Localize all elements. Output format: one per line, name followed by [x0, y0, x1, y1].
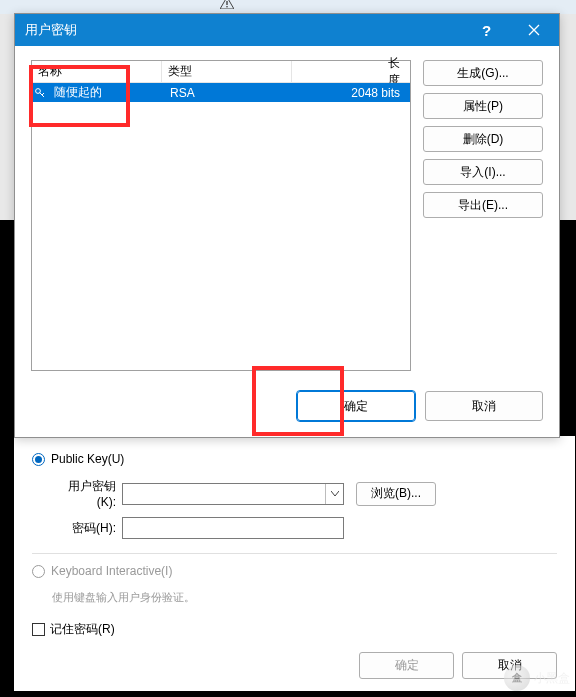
browse-button[interactable]: 浏览(B)...	[356, 482, 436, 506]
close-button[interactable]	[509, 14, 559, 46]
column-name[interactable]: 名称	[32, 61, 162, 82]
userkey-combo[interactable]	[122, 483, 344, 505]
password-input[interactable]	[122, 517, 344, 539]
userkey-label: 用户密钥(K):	[50, 478, 122, 509]
svg-rect-1	[226, 6, 227, 7]
userkey-input[interactable]	[123, 484, 325, 504]
export-button[interactable]: 导出(E)...	[423, 192, 543, 218]
dialog-titlebar: 用户密钥 ?	[15, 14, 559, 46]
key-list[interactable]: 名称 类型 长度 随便起的 RSA 2048 bits	[31, 60, 411, 371]
watermark-text: 小黑盒	[534, 670, 570, 687]
keyboard-interactive-radio[interactable]: Keyboard Interactive(I)	[32, 564, 557, 578]
password-label: 密码(H):	[50, 520, 122, 537]
key-length-cell: 2048 bits	[294, 86, 410, 100]
kbd-help-text: 使用键盘输入用户身份验证。	[52, 590, 557, 605]
remember-password-checkbox[interactable]: 记住密码(R)	[32, 621, 557, 638]
svg-rect-0	[226, 1, 227, 5]
column-type[interactable]: 类型	[162, 61, 292, 82]
list-header: 名称 类型 长度	[32, 61, 410, 83]
generate-button[interactable]: 生成(G)...	[423, 60, 543, 86]
warning-icon	[220, 0, 234, 12]
chevron-down-icon[interactable]	[325, 484, 343, 504]
remember-label: 记住密码(R)	[50, 621, 115, 638]
ok-button[interactable]: 确定	[297, 391, 415, 421]
lower-ok-button: 确定	[359, 652, 454, 679]
auth-panel: Public Key(U) 用户密钥(K): 浏览(B)... 密码(H): K…	[14, 436, 575, 691]
watermark-icon: 盒	[504, 665, 530, 691]
key-type-cell: RSA	[164, 86, 294, 100]
publickey-radio[interactable]: Public Key(U)	[32, 452, 557, 466]
kbd-label: Keyboard Interactive(I)	[51, 564, 172, 578]
properties-button[interactable]: 属性(P)	[423, 93, 543, 119]
cancel-button[interactable]: 取消	[425, 391, 543, 421]
watermark: 盒 小黑盒	[504, 665, 570, 691]
help-button[interactable]: ?	[464, 14, 509, 46]
key-name-cell: 随便起的	[48, 84, 164, 101]
delete-button[interactable]: 删除(D)	[423, 126, 543, 152]
key-icon	[34, 87, 48, 99]
dialog-title: 用户密钥	[25, 21, 464, 39]
user-keys-dialog: 用户密钥 ? 名称 类型 长度 随便起的 RSA 2048 bits 生成(G)…	[14, 13, 560, 438]
import-button[interactable]: 导入(I)...	[423, 159, 543, 185]
publickey-label: Public Key(U)	[51, 452, 124, 466]
key-list-row[interactable]: 随便起的 RSA 2048 bits	[32, 83, 410, 102]
column-length[interactable]: 长度	[292, 61, 410, 82]
